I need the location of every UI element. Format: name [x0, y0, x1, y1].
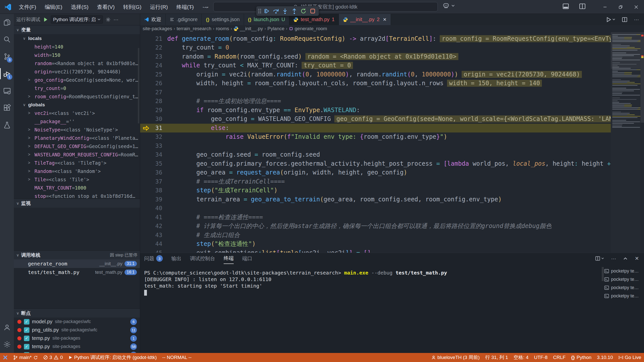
- status-item-UTF-8[interactable]: UTF-8: [531, 353, 550, 362]
- close-icon[interactable]: ✕: [383, 17, 387, 22]
- variable-row-try_count[interactable]: try_count = 0: [14, 84, 140, 92]
- step-into-button[interactable]: [281, 7, 289, 15]
- status-item-3.10.10[interactable]: 3.10.10: [594, 353, 616, 362]
- start-debug-icon[interactable]: [43, 17, 48, 22]
- explorer-icon[interactable]: [0, 14, 14, 31]
- breakpoint-checkbox[interactable]: ✓: [24, 327, 29, 333]
- panel-tab-终端[interactable]: 终端: [224, 253, 234, 264]
- toggle-panel-icon[interactable]: [562, 3, 569, 10]
- breakpoint-checkbox[interactable]: ✓: [24, 336, 29, 341]
- variable-row-__package__[interactable]: __package__ = '': [14, 117, 140, 125]
- restore-button[interactable]: [613, 0, 628, 14]
- menu-item-查看[interactable]: 查看(V): [93, 2, 119, 12]
- variables-section-header[interactable]: ∨ 变量: [14, 25, 140, 34]
- terminal-instance[interactable]: pocketpy te…: [604, 275, 642, 284]
- panel-tab-端口[interactable]: 端口: [242, 253, 252, 264]
- close-window-button[interactable]: [628, 0, 644, 14]
- breadcrumb-item-__init__.py[interactable]: __init__.py: [233, 26, 263, 31]
- editor-scrollbar[interactable]: [640, 32, 644, 123]
- variable-row-random[interactable]: random = <Random object at 0x1bf9d01e…: [14, 59, 140, 67]
- status-item-main*[interactable]: main*: [11, 353, 41, 362]
- breadcrumb-item-generate_room[interactable]: generate_room: [289, 26, 327, 31]
- expand-chevron-icon[interactable]: >: [28, 127, 34, 132]
- variable-row-height[interactable]: height = 140: [14, 42, 140, 51]
- terminal-output[interactable]: PS C:\computer_science\godot-ldtk\site-p…: [144, 269, 602, 296]
- split-terminal-icon[interactable]: [595, 256, 604, 261]
- status-item-blueloveTH (3 周前)[interactable]: blueloveTH (3 周前): [429, 353, 482, 362]
- remote-explorer-icon[interactable]: [0, 82, 14, 99]
- expand-chevron-icon[interactable]: >: [28, 111, 34, 115]
- run-file-button[interactable]: [606, 17, 615, 22]
- settings-gear-icon[interactable]: [0, 336, 14, 353]
- breadcrumb-item-site-packages[interactable]: site-packages: [143, 26, 172, 31]
- variable-row-geo_config[interactable]: >geo_config = GeoConfig(seed=None, wor…: [14, 76, 140, 84]
- sidebar-more-actions-icon[interactable]: ···: [113, 17, 118, 22]
- stack-frame-generate_room[interactable]: generate_room__init__.py31:1: [14, 259, 140, 268]
- panel-more-actions-icon[interactable]: ···: [611, 256, 616, 261]
- breadcrumb-item-terrain_research[interactable]: terrain_research: [177, 26, 211, 31]
- split-layout-icon[interactable]: [579, 3, 586, 10]
- close-panel-icon[interactable]: ✕: [635, 255, 639, 261]
- stack-frame-test/test_math.py[interactable]: test/test_math.pytest_math.py16:1: [14, 268, 140, 277]
- account-icon[interactable]: [0, 319, 14, 336]
- variable-row-DEFAULT_GEO_CONFIG[interactable]: >DEFAULT_GEO_CONFIG = GeoConfig(seed=1…: [14, 142, 140, 150]
- terminal-scrollbar[interactable]: [602, 267, 604, 281]
- menu-item-编辑[interactable]: 编辑(E): [41, 2, 67, 12]
- minimap[interactable]: [611, 32, 640, 253]
- search-sidebar-icon[interactable]: [0, 31, 14, 48]
- watch-section-header[interactable]: ∨ 监视: [14, 199, 140, 208]
- status-item-Go Live[interactable]: Go Live: [616, 353, 644, 362]
- expand-chevron-icon[interactable]: >: [28, 177, 34, 182]
- command-search-box[interactable]: [扩展开发宿主] godot-ldtk: [213, 2, 438, 12]
- panel-tab-调试控制台[interactable]: 调试控制台: [190, 253, 215, 264]
- menu-item-文件[interactable]: 文件(F): [15, 2, 41, 12]
- status-item-空格: 4[interactable]: 空格: 4: [511, 353, 531, 362]
- breakpoint-row-model.py[interactable]: ✓model.pysite-packages\wfc6: [14, 318, 140, 326]
- breakpoint-checkbox[interactable]: ✓: [24, 344, 29, 349]
- debug-config-dropdown[interactable]: Python 调试程序: 启: [51, 15, 103, 24]
- sidebar-scrollbar[interactable]: [138, 48, 139, 123]
- variable-row-MAX_TRY_COUNT[interactable]: MAX_TRY_COUNT = 1000: [14, 184, 140, 192]
- continue-button[interactable]: [263, 7, 271, 15]
- variable-row-room_config[interactable]: >room_config = RoomRequestConfig(env_t…: [14, 92, 140, 101]
- terminal-instance[interactable]: pocketpy te…: [604, 267, 642, 275]
- source-control-icon[interactable]: 3: [0, 48, 14, 65]
- variable-row-Tile[interactable]: >Tile = <class 'Tile'>: [14, 175, 140, 184]
- toolbar-drag-handle-icon[interactable]: [258, 9, 261, 13]
- status-item-Python 调试程序: 启动文件 (godot-ldtk)[interactable]: Python 调试程序: 启动文件 (godot-ldtk): [66, 353, 159, 362]
- step-out-button[interactable]: [290, 7, 299, 15]
- variable-row-vec2i[interactable]: >vec2i = <class 'vec2i'>: [14, 109, 140, 117]
- status-item-3[interactable]: 30: [41, 353, 66, 362]
- expand-chevron-icon[interactable]: >: [28, 152, 34, 157]
- terminal-instance[interactable]: pocketpy te…: [604, 284, 642, 292]
- status-item--- NORMAL --[interactable]: -- NORMAL --: [159, 353, 194, 362]
- breakpoint-row-test_math.py[interactable]: ✓test_math.pysite-packages\terrain_res…1…: [14, 351, 140, 353]
- status-item-行 31, 列 1[interactable]: 行 31, 列 1: [482, 353, 511, 362]
- step-over-button[interactable]: [272, 7, 280, 15]
- minimize-button[interactable]: [597, 0, 613, 14]
- expand-chevron-icon[interactable]: >: [28, 136, 34, 140]
- variable-row-width[interactable]: width = 150: [14, 51, 140, 59]
- expand-chevron-icon[interactable]: >: [28, 94, 34, 99]
- extensions-icon[interactable]: [0, 99, 14, 116]
- status-item-CRLF[interactable]: CRLF: [550, 353, 569, 362]
- breakpoints-section-header[interactable]: ∨ 断点: [14, 308, 140, 318]
- tab-.gdignore[interactable]: .gdignore: [166, 14, 202, 25]
- breakpoint-row-png_utils.py[interactable]: ✓png_utils.pysite-packages\wfc11: [14, 326, 140, 334]
- panel-tab-问题[interactable]: 问题3: [144, 253, 163, 264]
- editor-more-actions-icon[interactable]: ···: [634, 17, 639, 22]
- expand-chevron-icon[interactable]: >: [28, 144, 34, 149]
- split-editor-icon[interactable]: [622, 17, 627, 22]
- expand-chevron-icon[interactable]: >: [28, 78, 34, 82]
- breadcrumb-item-rooms[interactable]: rooms: [216, 26, 229, 31]
- tab-欢迎[interactable]: 欢迎: [140, 14, 166, 25]
- breakpoint-row-temp.py[interactable]: ✓temp.pysite-packages1: [14, 334, 140, 342]
- status-item-Python[interactable]: {}Python: [568, 353, 594, 362]
- scope-globals[interactable]: ∨globals: [14, 101, 140, 109]
- testing-icon[interactable]: [0, 116, 14, 133]
- menu-item-运行[interactable]: 运行(R): [146, 2, 172, 12]
- tab-__init__.py[interactable]: __init__.py2✕: [339, 14, 391, 25]
- run-debug-icon[interactable]: 1: [0, 65, 14, 82]
- status-item-godot-x[interactable]: [0, 353, 11, 362]
- menu-item-选择[interactable]: 选择(S): [67, 2, 93, 12]
